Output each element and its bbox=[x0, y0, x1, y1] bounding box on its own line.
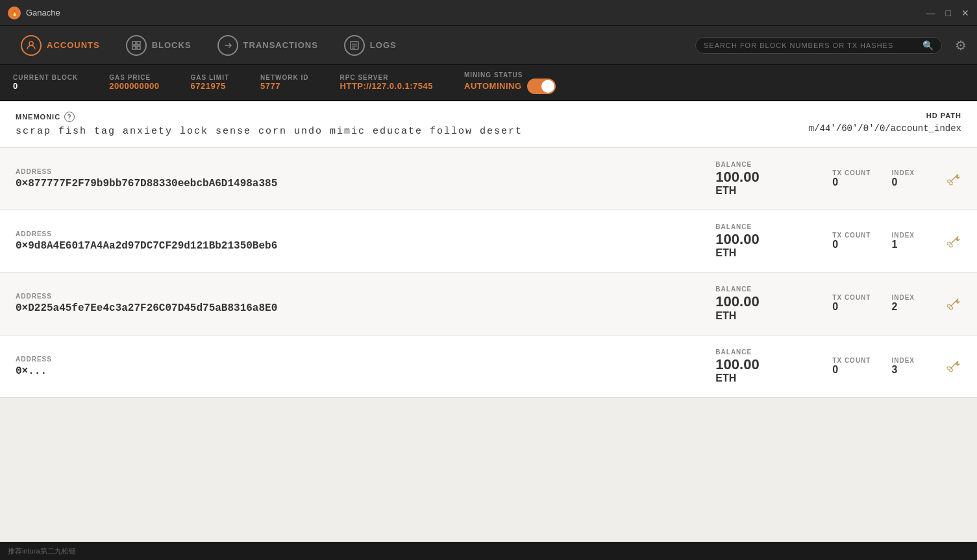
transactions-label: TRANSACTIONS bbox=[243, 40, 318, 50]
key-icon-1[interactable]: 🗝 bbox=[942, 229, 966, 253]
nav-logs[interactable]: LOGS bbox=[334, 31, 407, 60]
toggle-knob bbox=[541, 80, 554, 93]
account-address-3: 0×... bbox=[16, 365, 715, 377]
mining-status-label: MINING STATUS bbox=[464, 71, 556, 79]
app-logo: 🔥 bbox=[8, 6, 21, 19]
address-label-1: ADDRESS bbox=[16, 230, 715, 237]
account-balance-section-0: BALANCE 100.00 ETH bbox=[715, 161, 832, 197]
blocks-icon bbox=[126, 35, 147, 56]
mnemonic-label-row: MNEMONIC ? bbox=[16, 112, 523, 122]
current-block-label: CURRENT BLOCK bbox=[13, 74, 78, 81]
svg-rect-1 bbox=[132, 42, 136, 45]
maximize-button[interactable]: □ bbox=[946, 8, 951, 18]
bottom-bar-text: 推荐intura第二九松链 bbox=[8, 546, 76, 556]
gas-limit-value: 6721975 bbox=[191, 81, 230, 91]
tx-count-value-1: 0 bbox=[832, 239, 871, 250]
gas-limit-stat: GAS LIMIT 6721975 bbox=[191, 74, 230, 91]
network-id-stat: NETWORK ID 5777 bbox=[260, 74, 308, 91]
key-icon-3[interactable]: 🗝 bbox=[942, 354, 966, 378]
gas-price-label: GAS PRICE bbox=[109, 74, 159, 81]
mining-toggle[interactable] bbox=[527, 79, 556, 94]
account-row-0: ADDRESS 0×877777F2F79b9bb767D88330eebcbA… bbox=[0, 148, 977, 210]
blocks-label: BLOCKS bbox=[152, 40, 192, 50]
mnemonic-section: MNEMONIC ? scrap fish tag anxiety lock s… bbox=[0, 101, 977, 148]
index-label-2: INDEX bbox=[891, 294, 915, 301]
rpc-server-stat: RPC SERVER HTTP://127.0.0.1:7545 bbox=[340, 74, 433, 91]
statusbar: CURRENT BLOCK 0 GAS PRICE 2000000000 GAS… bbox=[0, 65, 977, 101]
address-label-0: ADDRESS bbox=[16, 168, 715, 175]
mnemonic-label-text: MNEMONIC bbox=[16, 113, 60, 121]
key-icon-2[interactable]: 🗝 bbox=[942, 292, 966, 316]
account-meta-1: TX COUNT 0 INDEX 1 🗝 bbox=[832, 232, 961, 250]
account-balance-0: 100.00 bbox=[715, 169, 832, 185]
account-balance-2: 100.00 bbox=[715, 294, 832, 310]
index-item-1: INDEX 1 bbox=[891, 232, 915, 250]
search-input[interactable] bbox=[704, 42, 922, 49]
app-title: Ganache bbox=[26, 8, 926, 18]
logs-icon bbox=[344, 35, 365, 56]
account-address-0: 0×877777F2F79b9bb767D88330eebcbA6D1498a3… bbox=[16, 178, 715, 189]
index-value-0: 0 bbox=[891, 177, 915, 188]
account-balance-3: 100.00 bbox=[715, 357, 832, 372]
mnemonic-right: HD PATH m/44'/60'/0'/0/account_index bbox=[809, 112, 961, 134]
account-left-2: ADDRESS 0×D225a45fe7Ee4c3a27F26C07D45d75… bbox=[16, 293, 715, 314]
index-value-2: 2 bbox=[891, 301, 915, 313]
hdpath-label: HD PATH bbox=[809, 112, 961, 119]
tx-count-value-2: 0 bbox=[832, 301, 871, 313]
balance-label-0: BALANCE bbox=[715, 161, 832, 168]
account-eth-3: ETH bbox=[715, 372, 832, 384]
index-label-3: INDEX bbox=[891, 357, 915, 364]
network-id-label: NETWORK ID bbox=[260, 74, 308, 81]
mining-status-stat: MINING STATUS AUTOMINING bbox=[464, 71, 556, 94]
mnemonic-help-icon[interactable]: ? bbox=[64, 112, 75, 122]
account-eth-1: ETH bbox=[715, 247, 832, 259]
accounts-icon bbox=[21, 35, 42, 56]
nav-blocks[interactable]: BLOCKS bbox=[116, 31, 202, 60]
account-left-3: ADDRESS 0×... bbox=[16, 356, 715, 377]
mining-status-container: AUTOMINING bbox=[464, 79, 556, 94]
index-item-2: INDEX 2 bbox=[891, 294, 915, 313]
account-address-2: 0×D225a45fe7Ee4c3a27F26C07D45d75aB8316a8… bbox=[16, 302, 715, 314]
account-eth-0: ETH bbox=[715, 185, 832, 197]
account-balance-section-3: BALANCE 100.00 ETH bbox=[715, 348, 832, 384]
network-id-value: 5777 bbox=[260, 81, 308, 91]
current-block-stat: CURRENT BLOCK 0 bbox=[13, 74, 78, 91]
account-balance-section-1: BALANCE 100.00 ETH bbox=[715, 223, 832, 259]
index-value-1: 1 bbox=[891, 239, 915, 250]
nav-transactions[interactable]: TRANSACTIONS bbox=[207, 31, 328, 60]
account-left-0: ADDRESS 0×877777F2F79b9bb767D88330eebcbA… bbox=[16, 168, 715, 189]
tx-count-item-1: TX COUNT 0 bbox=[832, 232, 871, 250]
account-meta-3: TX COUNT 0 INDEX 3 🗝 bbox=[832, 357, 961, 376]
rpc-server-label: RPC SERVER bbox=[340, 74, 433, 81]
transactions-icon bbox=[217, 35, 238, 56]
tx-count-label-2: TX COUNT bbox=[832, 294, 871, 301]
account-balance-1: 100.00 bbox=[715, 232, 832, 247]
gas-price-stat: GAS PRICE 2000000000 bbox=[109, 74, 159, 91]
hdpath-value: m/44'/60'/0'/0/account_index bbox=[809, 123, 961, 134]
nav-accounts[interactable]: ACCOUNTS bbox=[10, 31, 110, 60]
index-value-3: 3 bbox=[891, 364, 915, 376]
account-row-3: ADDRESS 0×... BALANCE 100.00 ETH TX COUN… bbox=[0, 335, 977, 398]
current-block-value: 0 bbox=[13, 81, 78, 91]
account-meta-2: TX COUNT 0 INDEX 2 🗝 bbox=[832, 294, 961, 313]
index-label-1: INDEX bbox=[891, 232, 915, 239]
svg-rect-4 bbox=[137, 46, 140, 49]
svg-rect-2 bbox=[137, 42, 140, 45]
address-label-2: ADDRESS bbox=[16, 293, 715, 300]
balance-label-1: BALANCE bbox=[715, 223, 832, 230]
tx-count-item-3: TX COUNT 0 bbox=[832, 357, 871, 376]
account-meta-0: TX COUNT 0 INDEX 0 🗝 bbox=[832, 169, 961, 188]
minimize-button[interactable]: — bbox=[926, 8, 935, 18]
close-button[interactable]: ✕ bbox=[961, 8, 969, 18]
tx-count-value-0: 0 bbox=[832, 177, 871, 188]
settings-button[interactable]: ⚙ bbox=[955, 38, 967, 53]
accounts-label: ACCOUNTS bbox=[47, 40, 100, 50]
titlebar: 🔥 Ganache — □ ✕ bbox=[0, 0, 977, 26]
key-icon-0[interactable]: 🗝 bbox=[942, 167, 966, 191]
account-balance-section-2: BALANCE 100.00 ETH bbox=[715, 286, 832, 321]
index-item-0: INDEX 0 bbox=[891, 169, 915, 188]
address-label-3: ADDRESS bbox=[16, 356, 715, 363]
accounts-list: ADDRESS 0×877777F2F79b9bb767D88330eebcbA… bbox=[0, 148, 977, 398]
account-address-1: 0×9d8A4E6017A4Aa2d97DC7CF29d121Bb21350Be… bbox=[16, 240, 715, 252]
account-row-2: ADDRESS 0×D225a45fe7Ee4c3a27F26C07D45d75… bbox=[0, 273, 977, 335]
